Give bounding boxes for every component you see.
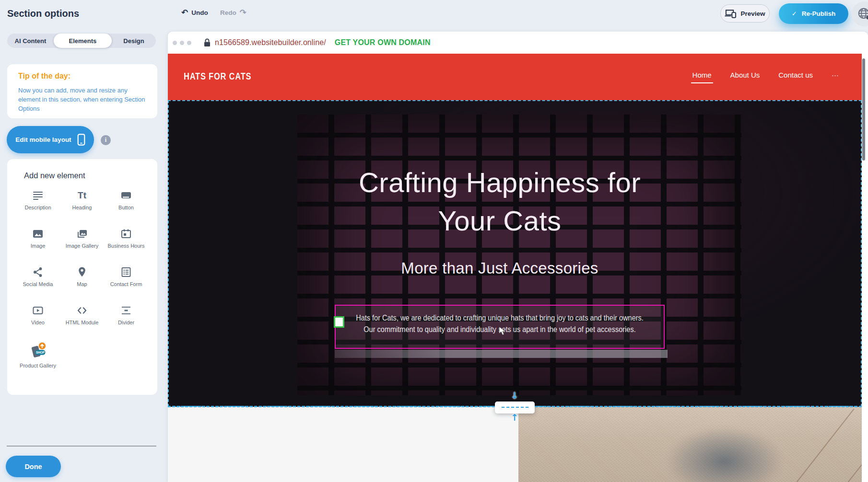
browser-chrome: n1566589.websitebuilder.online/ GET YOUR… [168, 32, 868, 54]
nav-contact-us[interactable]: Contact us [777, 71, 814, 83]
republish-button[interactable]: ✓ Re-Publish [779, 3, 848, 24]
element-business-hours[interactable]: Business Hours [104, 227, 148, 265]
sidebar-divider [7, 446, 156, 447]
shop-badge: SHOP [36, 351, 45, 354]
site-url: n1566589.websitebuilder.online/ [215, 38, 326, 47]
tip-title: Tip of the day: [18, 72, 148, 80]
element-social-media[interactable]: Social Media [16, 265, 60, 304]
next-section-floor-image[interactable] [518, 407, 862, 482]
resize-arrow-down-icon: ↓ [510, 390, 519, 401]
browser-traffic-dots [173, 41, 191, 45]
social-media-icon [16, 265, 60, 279]
element-contact-form[interactable]: Contact Form [104, 265, 148, 304]
element-heading[interactable]: Tt Heading [60, 189, 104, 227]
element-map[interactable]: Map [60, 265, 104, 304]
redo-label: Redo [220, 9, 236, 16]
floor-shadow [643, 413, 806, 482]
get-domain-link[interactable]: GET YOUR OWN DOMAIN [335, 38, 431, 47]
undo-button[interactable]: ↶ Undo [181, 8, 208, 17]
add-element-title: Add new element [24, 171, 85, 180]
element-html-module[interactable]: HTML Module [60, 304, 104, 342]
tip-body: Now you can add, move and resize any ele… [18, 86, 147, 113]
floor-seam-line [825, 436, 862, 482]
element-description[interactable]: Description [16, 189, 60, 227]
website-builder-app: ↶ Undo Redo ↷ Preview ✓ Re-Publish Secti… [0, 0, 868, 482]
site-logo[interactable]: HATS FOR CATS [184, 71, 251, 82]
heading-icon: Tt [60, 189, 104, 202]
image-gallery-icon [60, 227, 104, 241]
html-module-icon [60, 304, 104, 317]
element-image[interactable]: Image [16, 227, 60, 265]
site-nav: Home About Us Contact us ··· [691, 54, 840, 100]
edit-mobile-layout-button[interactable]: Edit mobile layout [7, 126, 94, 153]
next-section-left[interactable] [168, 407, 518, 482]
hero-subheading[interactable]: More than Just Accessories [329, 259, 670, 277]
browser-dot [187, 41, 191, 45]
map-icon [60, 265, 104, 279]
nav-about-us[interactable]: About Us [729, 71, 762, 83]
site-header: HATS FOR CATS Home About Us Contact us ·… [168, 54, 862, 100]
tab-design[interactable]: Design [112, 34, 156, 48]
preview-label: Preview [740, 10, 765, 17]
hero-heading[interactable]: Crafting Happiness for Your Cats [329, 163, 670, 240]
preview-button[interactable]: Preview [720, 4, 770, 23]
panel-tabs: AI Content Elements Design [7, 34, 156, 48]
edit-mobile-label: Edit mobile layout [15, 136, 71, 143]
check-icon: ✓ [792, 10, 797, 17]
devices-icon [725, 9, 737, 18]
video-icon [16, 304, 60, 317]
lock-icon [204, 38, 211, 47]
undo-icon: ↶ [181, 8, 188, 17]
mouse-cursor [499, 326, 505, 338]
nav-home[interactable]: Home [691, 71, 713, 83]
button-icon [104, 189, 148, 202]
business-hours-icon [104, 227, 148, 241]
element-image-gallery[interactable]: Image Gallery [60, 227, 104, 265]
nav-more-menu[interactable]: ··· [830, 71, 840, 83]
browser-dot [173, 41, 177, 45]
resize-handle-dashes [502, 407, 528, 408]
contact-form-icon [104, 265, 148, 279]
redo-icon: ↷ [240, 8, 246, 17]
element-divider[interactable]: Divider [104, 304, 148, 342]
tip-of-the-day-card: Tip of the day: Now you can add, move an… [7, 64, 157, 118]
hero-section-selected[interactable]: Crafting Happiness for Your Cats More th… [168, 100, 862, 407]
element-drag-handle[interactable] [334, 316, 344, 328]
product-gallery-icon: SHOP [16, 342, 60, 360]
page-title: Section options [7, 8, 79, 19]
done-button[interactable]: Done [6, 456, 61, 477]
add-new-element-panel: Add new element Description Tt Heading B… [7, 159, 157, 395]
element-product-gallery[interactable]: SHOP Product Gallery [16, 342, 60, 380]
tab-ai-content[interactable]: AI Content [7, 34, 54, 48]
preview-scrollbar-thumb[interactable] [862, 58, 865, 161]
description-icon [16, 189, 60, 202]
divider-icon [104, 304, 148, 317]
redo-button[interactable]: Redo ↷ [220, 8, 246, 17]
element-video[interactable]: Video [16, 304, 60, 342]
republish-label: Re-Publish [802, 10, 836, 17]
language-globe-button[interactable] [852, 1, 868, 26]
browser-dot [180, 41, 184, 45]
tab-elements[interactable]: Elements [54, 34, 112, 48]
globe-icon [857, 7, 868, 21]
undo-label: Undo [191, 9, 208, 16]
element-shadow-bar [335, 350, 668, 358]
element-button[interactable]: Button [104, 189, 148, 227]
info-icon[interactable]: i [101, 135, 111, 145]
image-icon [16, 227, 60, 241]
resize-arrow-up-icon: ↑ [510, 412, 519, 423]
element-grid: Description Tt Heading Button Image [16, 189, 149, 380]
site-content: HATS FOR CATS Home About Us Contact us ·… [168, 54, 868, 482]
phone-icon [77, 133, 85, 146]
site-preview-frame: n1566589.websitebuilder.online/ GET YOUR… [168, 32, 868, 482]
